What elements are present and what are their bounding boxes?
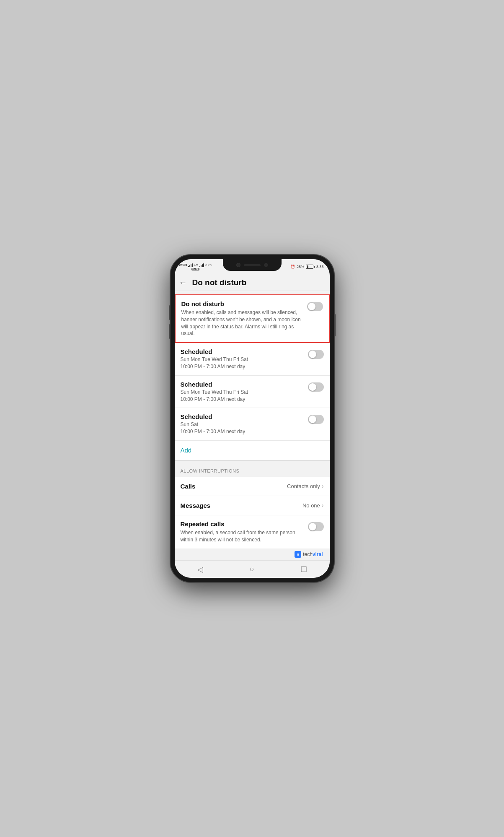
front-camera: [236, 263, 240, 267]
schedule-toggle-thumb-3: [309, 416, 316, 423]
schedule-toggle-thumb-2: [309, 383, 316, 391]
add-schedule-button[interactable]: Add: [181, 447, 192, 454]
dnd-main-section[interactable]: Do not disturb When enabled, calls and m…: [175, 294, 330, 343]
volume-up-button[interactable]: [169, 305, 171, 320]
phone-device: VoLTE 4G 0 K/s: [171, 255, 334, 582]
status-bar: VoLTE 4G 0 K/s: [175, 259, 330, 274]
add-schedule-row[interactable]: Add: [175, 441, 330, 460]
sensor: [264, 263, 268, 267]
phone-screen: VoLTE 4G 0 K/s: [175, 259, 330, 578]
schedule-title-3: Scheduled: [181, 413, 308, 420]
dnd-toggle[interactable]: [307, 302, 323, 311]
schedule-toggle-thumb-1: [309, 351, 316, 358]
schedule-row-2[interactable]: Scheduled Sun Mon Tue Wed Thu Fri Sat 10…: [175, 376, 330, 408]
data-speed: 0 K/s: [205, 264, 212, 267]
repeated-calls-text: Repeated calls When enabled, a second ca…: [181, 520, 304, 543]
repeated-calls-title: Repeated calls: [181, 520, 304, 528]
watermark-brand: techviral: [303, 551, 323, 557]
watermark-logo: n: [295, 551, 301, 558]
schedule-toggle-2[interactable]: [308, 382, 324, 392]
status-right: ⏰ 28% 8:35: [290, 265, 324, 269]
messages-label: Messages: [181, 502, 211, 509]
schedule-time-3: 10:00 PM - 7:00 AM next day: [181, 428, 308, 435]
calls-chevron-icon: ›: [322, 483, 324, 489]
settings-content: Do not disturb When enabled, calls and m…: [175, 291, 330, 560]
watermark: n techviral: [295, 551, 323, 558]
messages-row[interactable]: Messages No one ›: [175, 496, 330, 515]
schedule-row-1[interactable]: Scheduled Sun Mon Tue Wed Thu Fri Sat 10…: [175, 343, 330, 376]
battery-icon: [306, 265, 315, 269]
schedule-title-2: Scheduled: [181, 381, 308, 388]
repeated-calls-description: When enabled, a second call from the sam…: [181, 529, 304, 543]
bottom-navigation: ◁ ○ ☐: [175, 560, 330, 578]
calls-value: Contacts only ›: [287, 483, 323, 489]
schedule-days-2: Sun Mon Tue Wed Thu Fri Sat: [181, 389, 308, 396]
nav-home-button[interactable]: ○: [244, 562, 259, 577]
calls-row[interactable]: Calls Contacts only ›: [175, 477, 330, 496]
page-title: Do not disturb: [192, 278, 247, 287]
allow-interruptions-header: ALLOW INTERRUPTIONS: [175, 461, 330, 477]
network-type: 4G: [194, 263, 199, 267]
volume-down-button[interactable]: [169, 324, 171, 339]
calls-value-text: Contacts only: [287, 483, 320, 489]
schedule-title-1: Scheduled: [181, 348, 308, 355]
volte-badge-1: VoLTE: [179, 264, 187, 266]
section-label: ALLOW INTERRUPTIONS: [181, 468, 240, 473]
messages-value-text: No one: [302, 502, 320, 509]
clock: 8:35: [316, 265, 324, 269]
signal-bars-1: [188, 263, 193, 267]
dnd-title: Do not disturb: [181, 300, 303, 307]
back-button[interactable]: ←: [179, 278, 187, 287]
dnd-description: When enabled, calls and messages will be…: [181, 309, 303, 337]
repeated-calls-toggle[interactable]: [308, 522, 324, 531]
schedule-row-3[interactable]: Scheduled Sun Sat 10:00 PM - 7:00 AM nex…: [175, 408, 330, 441]
app-bar: ← Do not disturb: [175, 274, 330, 291]
schedule-toggle-1[interactable]: [308, 350, 324, 359]
repeated-calls-toggle-thumb: [309, 523, 316, 530]
battery-percent: 28%: [297, 265, 304, 269]
repeated-calls-row[interactable]: Repeated calls When enabled, a second ca…: [175, 515, 330, 548]
schedule-days-3: Sun Sat: [181, 421, 308, 428]
volte-badge-2: VoLTE: [191, 268, 199, 270]
notch: [223, 259, 282, 271]
power-button[interactable]: [334, 314, 336, 337]
dnd-toggle-thumb: [308, 303, 315, 310]
schedule-toggle-3[interactable]: [308, 415, 324, 424]
schedule-text-3: Scheduled Sun Sat 10:00 PM - 7:00 AM nex…: [181, 413, 308, 435]
nav-recents-button[interactable]: ☐: [296, 562, 311, 577]
signal-bars-2: [199, 263, 204, 267]
schedule-text-1: Scheduled Sun Mon Tue Wed Thu Fri Sat 10…: [181, 348, 308, 370]
messages-value: No one ›: [302, 502, 324, 509]
status-left: VoLTE 4G 0 K/s: [179, 263, 212, 270]
alarm-icon: ⏰: [290, 265, 295, 269]
schedule-text-2: Scheduled Sun Mon Tue Wed Thu Fri Sat 10…: [181, 381, 308, 403]
messages-chevron-icon: ›: [322, 502, 324, 509]
earpiece-speaker: [244, 264, 261, 266]
calls-label: Calls: [181, 483, 196, 490]
schedule-time-2: 10:00 PM - 7:00 AM next day: [181, 396, 308, 403]
dnd-text-block: Do not disturb When enabled, calls and m…: [181, 300, 303, 337]
schedule-time-1: 10:00 PM - 7:00 AM next day: [181, 363, 308, 370]
nav-back-button[interactable]: ◁: [193, 562, 208, 577]
schedule-days-1: Sun Mon Tue Wed Thu Fri Sat: [181, 356, 308, 363]
